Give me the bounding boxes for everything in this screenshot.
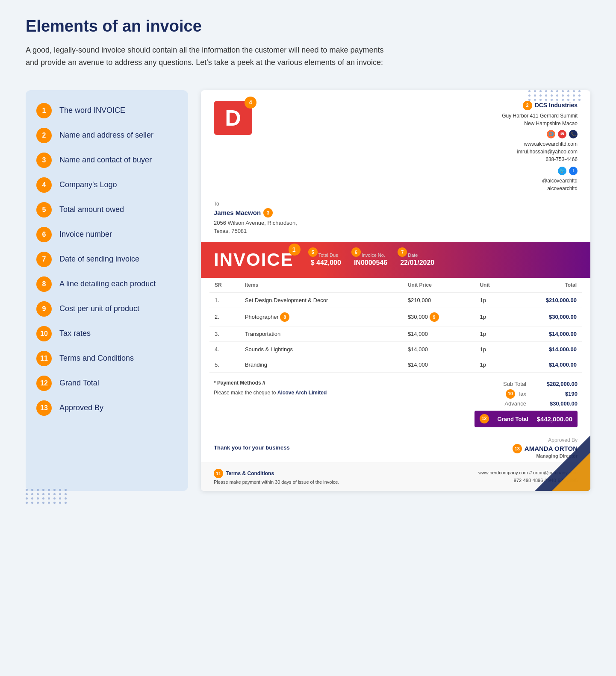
seller-phone: 638-753-4466 <box>502 156 578 163</box>
td-item: Sounds & Lightings <box>240 341 403 357</box>
date-label-text: Date <box>408 253 418 258</box>
td-unit-price: $30,000 9 <box>403 308 475 326</box>
td-unit-price: $14,000 <box>403 326 475 341</box>
terms-text: Please make payment within 30 days of is… <box>214 479 339 485</box>
tax-label-text: Tax <box>518 389 526 399</box>
list-item-7: 7 Date of sending invoice <box>36 252 177 267</box>
td-total: $14,000.00 <box>510 357 582 372</box>
payment-company: Alcove Arch Limited <box>277 390 327 396</box>
table-row: 5. Branding $14,000 1p $14,000.00 <box>209 357 582 372</box>
subtotal-row: Sub Total $282,000.00 <box>475 379 578 389</box>
totals-right: Sub Total $282,000.00 10 Tax $190 Advanc… <box>475 379 578 427</box>
list-text-11: Terms and Conditions <box>59 354 134 363</box>
invoice-no-value: IN0000546 <box>354 259 387 267</box>
invoice-table: SR Items Unit Price Unit Total 1. Set De… <box>209 278 582 373</box>
list-text-2: Name and address of seller <box>59 131 153 140</box>
grand-total-value: $442,000.00 <box>537 413 572 425</box>
list-text-4: Company's Logo <box>59 180 117 189</box>
corner-decoration <box>535 435 590 491</box>
twitter-icon: 🐦 <box>558 167 566 175</box>
seller-badge: 2 <box>523 101 532 110</box>
payment-text: Please make the cheque to Alcove Arch Li… <box>214 389 327 397</box>
buyer-section: To James Macwon 3 2056 Wilson Avenue, Ri… <box>201 199 590 242</box>
total-due-label-text: Total Due <box>318 253 338 258</box>
date-badge: 7 <box>398 247 407 257</box>
terms-title-text: Terms & Conditions <box>226 470 274 476</box>
list-badge-10: 10 <box>36 326 52 341</box>
social-icons-row2: 🐦 f <box>502 167 578 175</box>
list-badge-13: 13 <box>36 400 52 416</box>
invoice-no-field: 6 Invoice No. IN0000546 <box>354 253 387 267</box>
invoice-word-text: INVOICE <box>214 250 294 270</box>
td-unit: 1p <box>475 341 510 357</box>
list-item-1: 1 The word INVOICE <box>36 103 177 118</box>
list-text-8: A line detailing each product <box>59 279 156 288</box>
buyer-name: James Macwon <box>214 209 261 216</box>
date-label: 7 Date <box>400 253 434 258</box>
grand-total-badge: 12 <box>480 414 489 423</box>
facebook-icon: f <box>569 167 578 175</box>
grand-total-label: Grand Total <box>498 414 528 424</box>
page-description: A good, legally-sound invoice should con… <box>26 44 393 69</box>
th-sr: SR <box>209 278 240 293</box>
subtotal-label: Sub Total <box>503 379 526 389</box>
table-row: 3. Transportation $14,000 1p $14,000.00 <box>209 326 582 341</box>
td-sr: 2. <box>209 308 240 326</box>
grand-total-row: 12 Grand Total $442,000.00 <box>475 411 578 427</box>
list-item-4: 4 Company's Logo <box>36 177 177 193</box>
logo-letter: D <box>225 105 241 131</box>
phone-icon: 📞 <box>569 130 578 138</box>
total-due-field: 5 Total Due $ 442,000 <box>311 253 341 267</box>
list-text-5: Total amount owed <box>59 205 124 214</box>
list-text-6: Invoice number <box>59 230 112 239</box>
list-item-9: 9 Cost per unit of product <box>36 301 177 317</box>
list-text-3: Name and contact of buyer <box>59 156 152 165</box>
page-title: Elements of an invoice <box>26 17 590 35</box>
seller-address: Guy Harbor 411 Gerhard Summit <box>502 112 578 120</box>
terms-badge: 11 <box>214 469 223 478</box>
list-text-12: Grand Total <box>59 379 99 388</box>
td-total: $14,000.00 <box>510 341 582 357</box>
payment-text-span: Please make the cheque to <box>214 390 276 396</box>
dots-decoration-bottom <box>26 489 68 504</box>
list-item-3: 3 Name and contact of buyer <box>36 153 177 168</box>
invoice-no-badge: 6 <box>351 247 361 257</box>
list-item-13: 13 Approved By <box>36 400 177 416</box>
td-total: $210,000.00 <box>510 292 582 308</box>
td-item: Transportation <box>240 326 403 341</box>
list-text-7: Date of sending invoice <box>59 255 139 264</box>
payment-title: * Payment Methods // <box>214 379 327 387</box>
tax-row: 10 Tax $190 <box>475 389 578 399</box>
to-label: To <box>214 201 578 207</box>
th-unit-price: Unit Price <box>403 278 475 293</box>
table-row: 4. Sounds & Lightings $14,000 1p $14,000… <box>209 341 582 357</box>
list-text-1: The word INVOICE <box>59 106 125 115</box>
buyer-badge: 3 <box>263 208 273 217</box>
list-badge-5: 5 <box>36 202 52 217</box>
buyer-street: 2056 Wilson Avenue, Richardson, <box>214 219 578 227</box>
tax-value: $190 <box>535 389 578 399</box>
list-badge-4: 4 <box>36 177 52 193</box>
seller-email: imrul.hossain@yahoo.com <box>502 148 578 156</box>
left-panel: 1 The word INVOICE 2 Name and address of… <box>26 90 188 491</box>
main-layout: 1 The word INVOICE 2 Name and address of… <box>26 90 590 491</box>
total-due-label: 5 Total Due <box>311 253 341 258</box>
list-badge-6: 6 <box>36 227 52 242</box>
th-unit: Unit <box>475 278 510 293</box>
seller-facebook: alcovearchltd <box>502 185 578 192</box>
list-badge-12: 12 <box>36 376 52 391</box>
seller-twitter: @alcovearchltd <box>502 177 578 185</box>
invoice-panel: D 4 2 DCS Industries Guy Harbor 411 Gerh… <box>201 90 590 491</box>
td-unit: 1p <box>475 308 510 326</box>
item-badge-1: 8 <box>280 312 289 322</box>
td-sr: 1. <box>209 292 240 308</box>
list-badge-1: 1 <box>36 103 52 118</box>
mail-icon: ✉ <box>558 130 566 138</box>
td-unit: 1p <box>475 292 510 308</box>
totals-section: * Payment Methods // Please make the che… <box>201 373 590 434</box>
td-unit-price: $14,000 <box>403 357 475 372</box>
table-header-row: SR Items Unit Price Unit Total <box>209 278 582 293</box>
td-item: Set Design,Development & Decor <box>240 292 403 308</box>
list-item-6: 6 Invoice number <box>36 227 177 242</box>
td-unit-price: $210,000 <box>403 292 475 308</box>
